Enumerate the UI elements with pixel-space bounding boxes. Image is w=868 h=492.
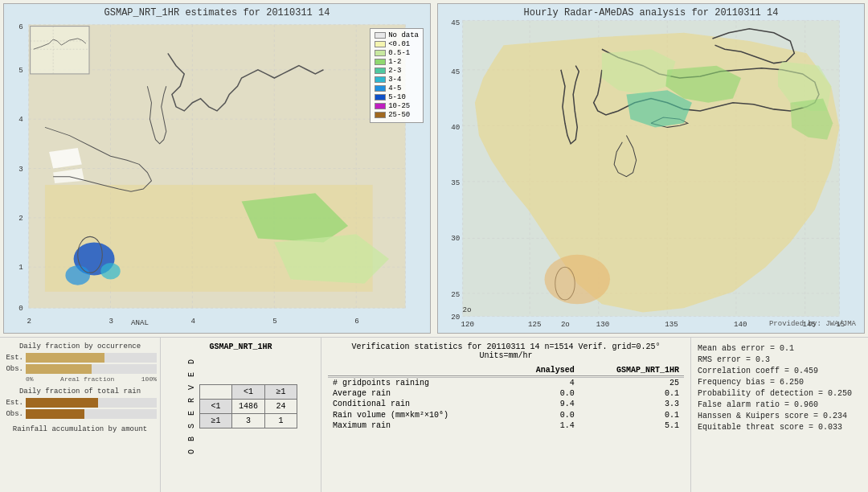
svg-text:35: 35 (451, 178, 460, 187)
legend-item-4-5: 4-5 (375, 84, 419, 92)
cont-obs-lt1: <1 (199, 399, 231, 413)
legend-color-5-10 (375, 94, 386, 100)
left-map-panel: GSMAP_NRT_1HR estimates for 20110311 14 (3, 3, 431, 334)
svg-text:25: 25 (451, 290, 460, 299)
cont-header-row: <1 ≥1 (199, 384, 297, 399)
est-occurrence-bar-fill (26, 353, 104, 363)
verif-val2-4: 5.1 (579, 420, 684, 431)
cont-val-d: 1 (265, 413, 297, 428)
svg-text:3: 3 (18, 165, 23, 174)
verif-val1-0: 4 (510, 378, 579, 389)
verif-label-3: Rain volume (mm×km²×10⁶) (328, 409, 510, 420)
cont-val-c: 3 (231, 413, 264, 428)
legend-label-4-5: 4-5 (388, 84, 401, 92)
bar-chart-title1: Daily fraction by occurrence (3, 342, 157, 351)
verif-label-2: Conditional rain (328, 399, 510, 409)
cont-header-ge1: ≥1 (265, 384, 297, 399)
obs-occurrence-row: Obs. (3, 364, 157, 374)
verif-val1-2: 9.4 (510, 399, 579, 409)
cont-header-lt1: <1 (231, 384, 264, 399)
legend-label-3-4: 3-4 (388, 76, 401, 84)
legend-color-2-3 (375, 68, 386, 74)
legend-color-3-4 (375, 76, 386, 83)
svg-point-20 (100, 263, 120, 279)
svg-text:135: 135 (665, 320, 678, 329)
legend-label-10-25: 10-25 (388, 102, 410, 110)
verif-row-1: Average rain 0.0 0.1 (328, 388, 684, 399)
svg-text:30: 30 (451, 234, 460, 243)
legend-color-1-2 (375, 59, 386, 65)
svg-text:2o: 2o (561, 320, 570, 329)
svg-text:3: 3 (108, 317, 113, 326)
right-map-svg: 45 45 40 35 30 25 20 120 125 130 135 140… (438, 4, 864, 333)
legend-label-lt001: <0.01 (388, 40, 410, 48)
verif-val2-1: 0.1 (579, 388, 684, 399)
rainfall-footer: Rainfall accumulation by amount (3, 425, 157, 433)
legend-label-1-2: 1-2 (388, 58, 401, 66)
svg-text:1: 1 (18, 263, 23, 272)
obs-rain-row: Obs. (3, 409, 157, 419)
verif-table: Analysed GSMAP_NRT_1HR # gridpoints rain… (328, 365, 684, 431)
right-map-panel: Hourly Radar-AMeDAS analysis for 2011031… (437, 3, 865, 334)
verif-row-3: Rain volume (mm×km²×10⁶) 0.0 0.1 (328, 409, 684, 420)
verif-row-4: Maximum rain 1.4 5.1 (328, 420, 684, 431)
legend-color-25-50 (375, 112, 386, 118)
cont-row-lt1: <1 1486 24 (199, 399, 297, 413)
legend-item-3-4: 3-4 (375, 76, 419, 84)
verif-val2-2: 3.3 (579, 399, 684, 409)
legend-box: No data <0.01 0.5-1 1-2 2-3 (370, 28, 424, 123)
verif-col-analysed: Analysed (510, 365, 579, 376)
total-rain-bars: Est. Obs. (3, 398, 157, 420)
provided-by-label: Provided by: JWA/JMA (769, 320, 856, 328)
verif-col-gsmap: GSMAP_NRT_1HR (579, 365, 684, 376)
cont-val-b: 24 (265, 399, 297, 413)
obs-occurrence-bar-fill (26, 364, 92, 374)
contingency-table-wrapper: <1 ≥1 <1 1486 24 ≥1 3 1 (199, 384, 297, 428)
legend-color-4-5 (375, 85, 386, 92)
svg-text:2: 2 (27, 317, 32, 326)
verif-val2-0: 25 (579, 378, 684, 389)
svg-text:20: 20 (451, 313, 460, 322)
svg-text:ANAL: ANAL (131, 318, 149, 327)
stat-correlation: Correlation coeff = 0.459 (698, 367, 862, 375)
left-map-title: GSMAP_NRT_1HR estimates for 20110311 14 (4, 7, 430, 18)
verif-label-0: # gridpoints raining (328, 378, 510, 389)
legend-label-nodata: No data (388, 31, 419, 39)
legend-item-2-3: 2-3 (375, 67, 419, 75)
bar-chart-title2: Daily fraction of total rain (3, 387, 157, 396)
bottom-row: Daily fraction by occurrence Est. Obs. 0… (0, 338, 868, 492)
obs-rain-bar-fill (26, 409, 84, 419)
est-rain-row: Est. (3, 398, 157, 408)
est-occurrence-bar-container (26, 353, 157, 363)
right-map-title: Hourly Radar-AMeDAS analysis for 2011031… (438, 7, 864, 18)
maps-row: GSMAP_NRT_1HR estimates for 20110311 14 (0, 0, 868, 338)
occurrence-axis: 0% Areal fraction 100% (26, 375, 157, 383)
est-rain-bar-fill (26, 398, 98, 408)
verif-val1-3: 0.0 (510, 409, 579, 420)
svg-text:40: 40 (451, 123, 460, 132)
legend-color-05-1 (375, 50, 386, 56)
svg-text:5: 5 (18, 66, 23, 75)
svg-text:45: 45 (451, 68, 460, 76)
legend-color-nodata (375, 32, 386, 39)
svg-text:120: 120 (461, 320, 474, 329)
contingency-wrapper: O B S E R V E D <1 ≥1 <1 1486 24 (184, 355, 297, 457)
verif-val2-3: 0.1 (579, 409, 684, 420)
main-container: GSMAP_NRT_1HR estimates for 20110311 14 (0, 0, 868, 492)
contingency-title: GSMAP_NRT_1HR (209, 342, 272, 351)
cont-empty-cell (199, 384, 231, 399)
verif-val1-1: 0.0 (510, 388, 579, 399)
svg-rect-24 (31, 27, 89, 74)
svg-text:2: 2 (18, 214, 23, 223)
legend-label-05-1: 0.5-1 (388, 49, 410, 57)
contingency-table: <1 ≥1 <1 1486 24 ≥1 3 1 (199, 384, 297, 428)
left-map-svg: 6 5 4 3 2 1 0 2 3 4 5 6 ANAL (4, 4, 430, 333)
obs-rain-label: Obs. (3, 410, 23, 418)
obs-occurrence-label: Obs. (3, 365, 23, 373)
stat-hanssen-kuipers: Hanssen & Kuipers score = 0.234 (698, 412, 862, 420)
verification-section: Verification statistics for 20110311 14 … (321, 338, 691, 492)
legend-label-2-3: 2-3 (388, 67, 401, 75)
legend-label-25-50: 25-50 (388, 111, 410, 119)
svg-text:4: 4 (190, 317, 195, 326)
svg-text:125: 125 (528, 320, 541, 329)
